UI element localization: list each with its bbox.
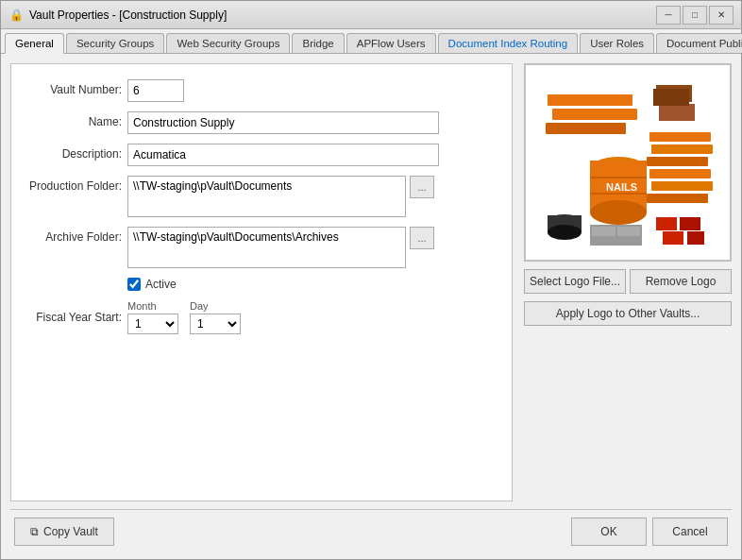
- tab-document-index-routing[interactable]: Document Index Routing: [438, 33, 579, 53]
- archive-folder-input[interactable]: \\TW-staging\pVault\Documents\Archives: [127, 227, 406, 268]
- logo-button-row: Select Logo File... Remove Logo: [524, 269, 732, 294]
- tab-user-roles[interactable]: User Roles: [580, 33, 654, 53]
- svg-rect-22: [680, 217, 700, 230]
- month-field: Month 1 2 3 4 5 6 7 8 9 1: [127, 300, 178, 334]
- close-button[interactable]: ✕: [709, 6, 734, 25]
- svg-rect-20: [653, 89, 689, 106]
- day-select[interactable]: 1 2 3 4 5: [190, 314, 241, 334]
- vault-number-row: Vault Number:: [23, 79, 500, 102]
- form-panel: Vault Number: Name: Description: Product…: [10, 63, 513, 501]
- svg-rect-27: [617, 227, 640, 236]
- svg-rect-21: [656, 217, 677, 230]
- footer: ⧉ Copy Vault OK Cancel: [10, 509, 732, 550]
- fiscal-year-row: Fiscal Year Start: Month 1 2 3 4 5 6: [23, 300, 500, 334]
- remove-logo-button[interactable]: Remove Logo: [630, 269, 732, 294]
- tab-web-security-groups[interactable]: Web Security Groups: [166, 33, 290, 53]
- svg-rect-24: [687, 231, 704, 245]
- description-row: Description:: [23, 144, 500, 166]
- name-label: Name:: [23, 111, 122, 128]
- vault-number-input[interactable]: [127, 79, 184, 102]
- svg-rect-2: [546, 123, 626, 134]
- day-label: Day: [190, 300, 241, 312]
- day-field: Day 1 2 3 4 5: [190, 300, 241, 334]
- archive-folder-browse-button[interactable]: ...: [410, 227, 434, 249]
- svg-rect-17: [647, 194, 708, 203]
- production-folder-row: Production Folder: \\TW-staging\pVault\D…: [23, 176, 500, 217]
- svg-point-5: [590, 200, 647, 225]
- fiscal-fields: Month 1 2 3 4 5 6 7 8 9 1: [127, 300, 241, 334]
- name-row: Name:: [23, 111, 500, 134]
- logo-panel: NAILS: [524, 63, 732, 501]
- maximize-button[interactable]: □: [683, 6, 707, 25]
- description-input[interactable]: [127, 144, 439, 166]
- svg-rect-12: [649, 132, 711, 142]
- month-label: Month: [127, 300, 178, 312]
- production-folder-wrapper: \\TW-staging\pVault\Documents ...: [127, 176, 434, 217]
- logo-preview-area: NAILS: [524, 63, 732, 262]
- window-icon: 🔒: [8, 8, 24, 23]
- content-area: Vault Number: Name: Description: Product…: [1, 54, 741, 559]
- vault-number-label: Vault Number:: [23, 79, 122, 96]
- svg-rect-14: [647, 157, 708, 166]
- svg-rect-16: [651, 181, 713, 191]
- production-folder-input[interactable]: \\TW-staging\pVault\Documents: [127, 176, 406, 217]
- cancel-button[interactable]: Cancel: [652, 518, 728, 546]
- tab-document-publishing[interactable]: Document Publishing: [656, 33, 742, 53]
- footer-left: ⧉ Copy Vault: [14, 518, 114, 546]
- ok-button[interactable]: OK: [571, 518, 647, 546]
- production-folder-browse-button[interactable]: ...: [410, 176, 434, 198]
- active-row: Active: [23, 278, 500, 291]
- svg-point-11: [548, 225, 582, 240]
- svg-rect-19: [659, 104, 695, 121]
- active-checkbox[interactable]: [127, 278, 141, 291]
- archive-folder-wrapper: \\TW-staging\pVault\Documents\Archives .…: [127, 227, 434, 268]
- window-controls: ─ □ ✕: [656, 6, 734, 25]
- tab-security-groups[interactable]: Security Groups: [66, 33, 164, 53]
- svg-rect-15: [649, 169, 711, 178]
- month-select[interactable]: 1 2 3 4 5 6 7 8 9 10 11: [127, 314, 178, 334]
- apply-logo-button[interactable]: Apply Logo to Other Vaults...: [524, 301, 732, 326]
- minimize-button[interactable]: ─: [656, 6, 681, 25]
- svg-rect-26: [592, 227, 616, 236]
- copy-vault-label: Copy Vault: [43, 525, 98, 538]
- title-bar: 🔒 Vault Properties - [Construction Suppl…: [1, 1, 741, 29]
- svg-rect-0: [548, 94, 632, 106]
- tab-general[interactable]: General: [5, 33, 64, 54]
- window-title: Vault Properties - [Construction Supply]: [29, 8, 656, 22]
- tab-bridge[interactable]: Bridge: [292, 33, 344, 53]
- svg-text:NAILS: NAILS: [606, 181, 637, 193]
- select-logo-file-button[interactable]: Select Logo File...: [524, 269, 626, 294]
- active-label: Active: [145, 278, 177, 291]
- svg-rect-23: [663, 231, 683, 245]
- tab-bar: General Security Groups Web Security Gro…: [1, 29, 741, 54]
- logo-svg: NAILS: [538, 76, 717, 250]
- tab-apflow-users[interactable]: APFlow Users: [346, 33, 436, 53]
- main-panel: Vault Number: Name: Description: Product…: [10, 63, 732, 501]
- logo-image: NAILS: [526, 65, 730, 260]
- archive-folder-row: Archive Folder: \\TW-staging\pVault\Docu…: [23, 227, 500, 268]
- main-window: 🔒 Vault Properties - [Construction Suppl…: [0, 0, 742, 560]
- svg-rect-13: [651, 144, 713, 154]
- name-input[interactable]: [127, 111, 439, 134]
- copy-vault-button[interactable]: ⧉ Copy Vault: [14, 518, 114, 546]
- svg-rect-1: [552, 109, 637, 120]
- archive-folder-label: Archive Folder:: [23, 227, 122, 244]
- description-label: Description:: [23, 144, 122, 161]
- copy-icon: ⧉: [30, 525, 39, 538]
- fiscal-year-label: Fiscal Year Start:: [23, 311, 122, 324]
- footer-right: OK Cancel: [571, 518, 728, 546]
- production-folder-label: Production Folder:: [23, 176, 122, 193]
